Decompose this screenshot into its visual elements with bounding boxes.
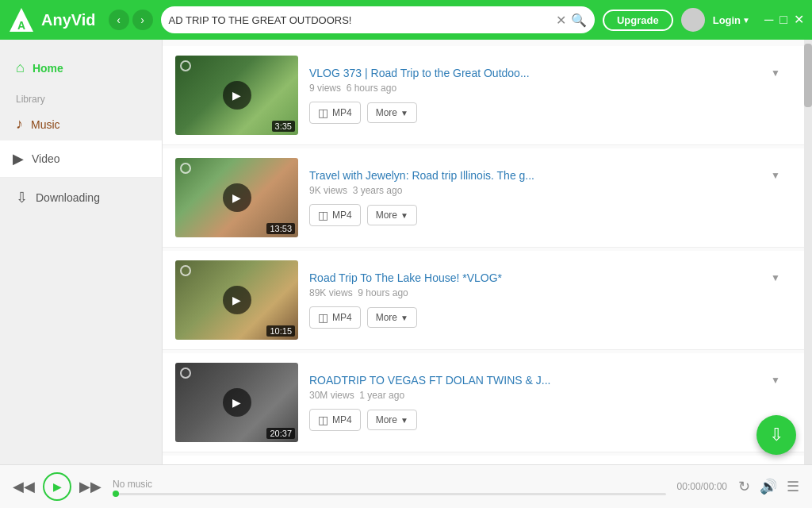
no-music-label: No music <box>113 479 666 490</box>
thumbnail-1[interactable]: ▶ 3:35 <box>175 56 298 135</box>
search-bar[interactable]: AD TRIP TO THE GREAT OUTDOORS! ✕ 🔍 <box>161 6 595 33</box>
video-item-1: ▶ 3:35 VLOG 373 | Road Trip to the Great… <box>163 46 804 145</box>
home-label: Home <box>33 62 63 75</box>
video-list: ▶ 3:35 VLOG 373 | Road Trip to the Great… <box>163 40 804 464</box>
play-button[interactable]: ▶ <box>43 472 71 501</box>
music-label: Music <box>31 118 60 131</box>
video-item-4: ▶ 20:37 ROADTRIP TO VEGAS FT DOLAN TWINS… <box>163 353 804 452</box>
home-icon: ⌂ <box>16 60 25 76</box>
back-button[interactable]: ‹ <box>109 10 129 30</box>
video-actions-4: ◫ MP4 More ▼ <box>309 409 780 431</box>
player-controls: ◀◀ ▶ ▶▶ <box>13 472 102 501</box>
more-button-1[interactable]: More ▼ <box>367 102 417 123</box>
circle-icon-4 <box>180 368 191 379</box>
svg-text:A: A <box>17 19 25 32</box>
sidebar-item-video[interactable]: ▶ Video <box>0 140 162 178</box>
circle-icon-2 <box>180 163 191 174</box>
scrollbar-thumb[interactable] <box>804 44 812 107</box>
video-list-container: ▶ 3:35 VLOG 373 | Road Trip to the Great… <box>163 40 804 464</box>
video-meta-1: 9 views 6 hours ago <box>309 83 780 94</box>
app-name: AnyVid <box>41 11 96 29</box>
avatar[interactable] <box>681 8 705 32</box>
scrollbar[interactable] <box>804 40 812 464</box>
video-label: Video <box>32 152 60 165</box>
video-info-1: VLOG 373 | Road Trip to the Great Outdoo… <box>298 64 791 127</box>
repeat-button[interactable]: ↻ <box>738 478 750 495</box>
mp4-button-4[interactable]: ◫ MP4 <box>309 409 361 431</box>
expand-icon-1[interactable]: ▼ <box>771 67 780 79</box>
bottom-player: ◀◀ ▶ ▶▶ No music 00:00/00:00 ↻ 🔊 ☰ <box>0 464 812 508</box>
video-item-3: ▶ 10:15 Road Trip To The Lake House! *VL… <box>163 251 804 350</box>
video-item-2: ▶ 13:53 Travel with Jewelyn: Road trip I… <box>163 148 804 248</box>
video-info-4: ROADTRIP TO VEGAS FT DOLAN TWINS & J... … <box>298 371 791 434</box>
player-right-controls: ↻ 🔊 ☰ <box>738 478 799 495</box>
sidebar-item-music[interactable]: ♪ Music <box>0 108 162 140</box>
queue-button[interactable]: ☰ <box>787 478 799 495</box>
expand-icon-4[interactable]: ▼ <box>771 375 780 386</box>
video-title-1: VLOG 373 | Road Trip to the Great Outdoo… <box>309 67 780 79</box>
more-button-2[interactable]: More ▼ <box>367 205 417 225</box>
search-icon[interactable]: 🔍 <box>571 13 587 28</box>
sidebar-item-downloading[interactable]: ⇩ Downloading <box>0 181 162 214</box>
video-meta-2: 9K views 3 years ago <box>309 185 780 196</box>
download-fab-button[interactable]: ⇩ <box>756 415 796 455</box>
video-title-4: ROADTRIP TO VEGAS FT DOLAN TWINS & J... … <box>309 374 780 387</box>
library-section-label: Library <box>0 84 162 108</box>
mp4-button-1[interactable]: ◫ MP4 <box>309 102 361 124</box>
thumbnail-2[interactable]: ▶ 13:53 <box>175 158 298 237</box>
titlebar: A AnyVid ‹ › AD TRIP TO THE GREAT OUTDOO… <box>0 0 812 40</box>
video-info-3: Road Trip To The Lake House! *VLOG* ▼ 89… <box>298 268 791 332</box>
thumbnail-3[interactable]: ▶ 10:15 <box>175 260 298 340</box>
duration-badge-4: 20:37 <box>266 428 295 439</box>
downloading-label: Downloading <box>36 191 100 204</box>
progress-bar[interactable] <box>113 493 666 495</box>
duration-badge-3: 10:15 <box>266 325 295 337</box>
play-overlay-1[interactable]: ▶ <box>223 81 251 110</box>
search-query-text: AD TRIP TO THE GREAT OUTDOORS! <box>169 14 551 26</box>
download-icon: ⇩ <box>16 189 28 206</box>
prev-button[interactable]: ◀◀ <box>13 478 35 495</box>
video-meta-4: 30M views 1 year ago <box>309 390 780 401</box>
mp4-icon-2: ◫ <box>318 209 328 221</box>
upgrade-button[interactable]: Upgrade <box>603 10 673 31</box>
video-actions-3: ◫ MP4 More ▼ <box>309 306 780 329</box>
expand-icon-2[interactable]: ▼ <box>771 170 780 181</box>
video-icon: ▶ <box>13 150 24 167</box>
play-overlay-2[interactable]: ▶ <box>223 183 251 212</box>
video-title-2: Travel with Jewelyn: Road trip Illinois.… <box>309 169 780 182</box>
time-display: 00:00/00:00 <box>677 481 727 492</box>
sidebar-item-home[interactable]: ⌂ Home <box>0 52 162 84</box>
sidebar: ⌂ Home Library ♪ Music ▶ Video ⇩ Downloa… <box>0 40 163 464</box>
next-button[interactable]: ▶▶ <box>79 478 102 495</box>
nav-arrows: ‹ › <box>109 10 153 30</box>
forward-button[interactable]: › <box>132 10 153 30</box>
maximize-button[interactable]: □ <box>779 13 787 26</box>
mp4-icon-4: ◫ <box>318 414 328 426</box>
play-overlay-3[interactable]: ▶ <box>223 286 251 314</box>
login-button[interactable]: Login ▼ <box>713 14 750 26</box>
minimize-button[interactable]: ─ <box>764 13 773 26</box>
video-actions-1: ◫ MP4 More ▼ <box>309 102 780 124</box>
close-button[interactable]: ✕ <box>794 13 804 26</box>
duration-badge-1: 3:35 <box>272 121 295 132</box>
video-info-2: Travel with Jewelyn: Road trip Illinois.… <box>298 166 791 229</box>
more-button-4[interactable]: More ▼ <box>367 410 417 430</box>
progress-area: No music <box>113 479 666 495</box>
more-button-3[interactable]: More ▼ <box>367 307 417 328</box>
video-meta-3: 89K views 9 hours ago <box>309 287 780 298</box>
logo-icon: A <box>8 6 35 33</box>
mp4-button-3[interactable]: ◫ MP4 <box>309 306 361 329</box>
thumbnail-4[interactable]: ▶ 20:37 <box>175 363 298 442</box>
mp4-icon-1: ◫ <box>318 106 328 119</box>
logo-area: A AnyVid <box>8 6 96 33</box>
video-title-3: Road Trip To The Lake House! *VLOG* ▼ <box>309 271 780 284</box>
circle-icon-1 <box>180 60 191 71</box>
volume-button[interactable]: 🔊 <box>760 478 777 495</box>
search-clear-icon[interactable]: ✕ <box>556 13 566 28</box>
mp4-button-2[interactable]: ◫ MP4 <box>309 204 361 226</box>
video-actions-2: ◫ MP4 More ▼ <box>309 204 780 226</box>
play-overlay-4[interactable]: ▶ <box>223 388 251 417</box>
video-item-5: ▶ CRAZY Road Trip - Buttery Vlogs Ep27 ▼… <box>163 456 804 464</box>
expand-icon-3[interactable]: ▼ <box>771 272 780 283</box>
circle-icon-3 <box>180 265 191 276</box>
